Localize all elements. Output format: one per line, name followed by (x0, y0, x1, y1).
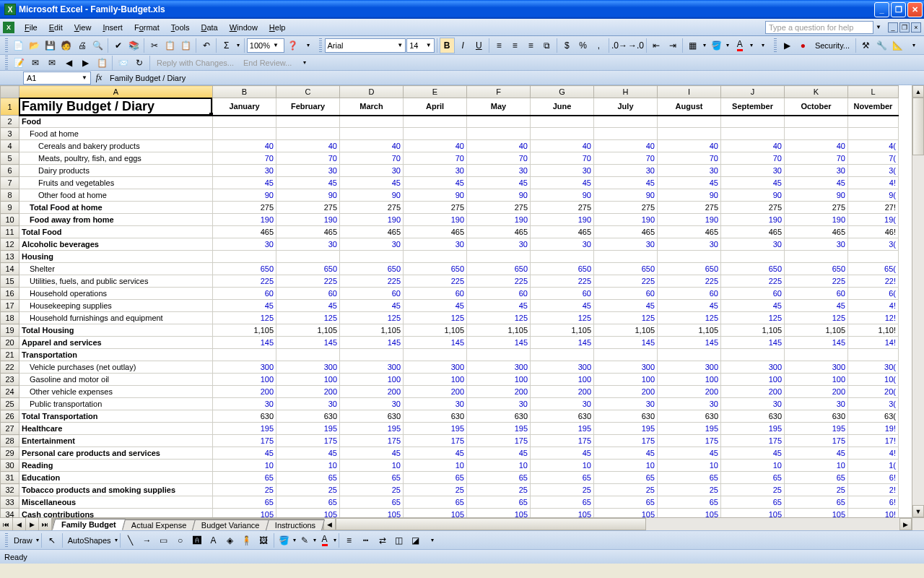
toolbar-grip[interactable] (5, 56, 8, 70)
3d-button[interactable]: ◪ (408, 532, 424, 548)
cell[interactable]: Healthcare (19, 423, 213, 435)
cell[interactable] (658, 251, 721, 263)
cell[interactable]: 145 (785, 337, 848, 349)
cell[interactable]: 30 (213, 238, 276, 251)
cell[interactable]: 25 (404, 484, 467, 496)
cell[interactable]: 145 (467, 337, 531, 349)
cell[interactable]: Shelter (19, 263, 213, 275)
cell[interactable]: 1,105 (213, 324, 276, 337)
font-color-button[interactable]: A (317, 532, 333, 548)
cell[interactable]: 10 (531, 460, 594, 472)
cell[interactable]: 25 (785, 484, 848, 496)
cell[interactable]: Public transportation (19, 398, 213, 410)
cell[interactable]: 465 (404, 226, 467, 238)
align-left-button[interactable]: ≡ (492, 38, 507, 53)
rectangle-button[interactable]: ▭ (156, 532, 172, 548)
row-header[interactable]: 9 (1, 202, 19, 214)
cell[interactable]: 60 (594, 288, 658, 300)
cell[interactable]: 225 (658, 275, 721, 288)
prev-change-button[interactable]: ◀ (61, 55, 77, 71)
cell[interactable]: 40 (594, 140, 658, 152)
cell[interactable]: 200 (404, 386, 467, 398)
tab-nav-last[interactable]: ⏭ (39, 518, 52, 530)
cell[interactable] (340, 251, 404, 263)
scroll-left-button[interactable]: ◀ (323, 518, 336, 530)
cell[interactable]: 45 (404, 177, 467, 189)
cell[interactable]: 20( (848, 386, 899, 398)
row-header[interactable]: 15 (1, 275, 19, 288)
borders-dropdown[interactable]: ▾ (701, 38, 708, 53)
undo-button[interactable]: ↶ (199, 38, 214, 53)
cell[interactable] (404, 128, 467, 140)
cell[interactable]: 45 (276, 300, 340, 312)
cell[interactable]: November (848, 98, 899, 116)
cell[interactable]: 465 (340, 226, 404, 238)
reply-changes-button[interactable]: Reply with Changes... (152, 59, 238, 67)
help-search-input[interactable]: Type a question for help (765, 21, 873, 34)
cell[interactable]: 465 (721, 226, 785, 238)
cell[interactable]: 65 (785, 472, 848, 484)
cell[interactable]: 145 (340, 337, 404, 349)
cell[interactable]: 465 (467, 226, 531, 238)
cell[interactable]: 465 (213, 226, 276, 238)
cell[interactable]: 10 (594, 460, 658, 472)
cell[interactable]: 30 (276, 165, 340, 177)
autoshapes-menu[interactable]: AutoShapes (65, 536, 114, 545)
cell[interactable]: 100 (658, 374, 721, 386)
col-header[interactable]: F (467, 86, 531, 98)
cell[interactable]: 45 (213, 177, 276, 189)
tab-nav-prev[interactable]: ◀ (13, 518, 26, 530)
menu-help[interactable]: Help (263, 22, 292, 33)
row-header[interactable]: 16 (1, 288, 19, 300)
cell[interactable]: 145 (594, 337, 658, 349)
cell[interactable]: 4! (848, 300, 899, 312)
cell[interactable] (467, 349, 531, 361)
cell[interactable]: 70 (467, 152, 531, 165)
cell[interactable]: 30 (340, 165, 404, 177)
minimize-button[interactable]: _ (874, 2, 889, 17)
cell[interactable]: 175 (785, 435, 848, 447)
cell[interactable]: 25 (531, 484, 594, 496)
cell[interactable]: 650 (213, 263, 276, 275)
cell[interactable]: 45 (594, 300, 658, 312)
menu-file[interactable]: File (19, 22, 43, 33)
track-changes-button[interactable]: 📋 (94, 55, 110, 71)
cell[interactable]: 105 (658, 509, 721, 518)
cell[interactable]: 90 (213, 189, 276, 202)
cell[interactable]: 65 (213, 496, 276, 509)
cell[interactable]: 30 (658, 238, 721, 251)
tab-nav-first[interactable]: ⏮ (0, 518, 13, 530)
cell[interactable]: Other food at home (19, 189, 213, 202)
cell[interactable]: 45 (785, 300, 848, 312)
cell[interactable]: 195 (531, 423, 594, 435)
cell[interactable]: 90 (467, 189, 531, 202)
cell[interactable]: 70 (785, 152, 848, 165)
cell[interactable]: 100 (340, 374, 404, 386)
col-header[interactable]: B (213, 86, 276, 98)
cell[interactable]: 275 (213, 202, 276, 214)
row-header[interactable]: 6 (1, 165, 19, 177)
row-header[interactable]: 17 (1, 300, 19, 312)
cell[interactable]: 10 (404, 460, 467, 472)
menu-view[interactable]: View (69, 22, 97, 33)
row-header[interactable]: 33 (1, 496, 19, 509)
cell[interactable]: 300 (467, 361, 531, 374)
underline-button[interactable]: U (471, 38, 487, 53)
cell[interactable]: 45 (594, 447, 658, 460)
cell[interactable]: 125 (467, 312, 531, 324)
cell[interactable]: 65 (276, 496, 340, 509)
cell[interactable]: 30 (594, 165, 658, 177)
cell[interactable] (848, 349, 899, 361)
cell[interactable]: 200 (721, 386, 785, 398)
line-color-button[interactable]: ✎ (297, 532, 313, 548)
cell[interactable]: 125 (785, 312, 848, 324)
cell[interactable]: 175 (531, 435, 594, 447)
cell[interactable]: 650 (658, 263, 721, 275)
cell[interactable] (531, 251, 594, 263)
cell[interactable]: 25 (594, 484, 658, 496)
cell[interactable]: 65( (848, 263, 899, 275)
cell[interactable] (531, 128, 594, 140)
cell[interactable]: 190 (404, 214, 467, 226)
scroll-thumb[interactable] (912, 98, 924, 155)
dash-style-button[interactable]: ┅ (358, 532, 374, 548)
